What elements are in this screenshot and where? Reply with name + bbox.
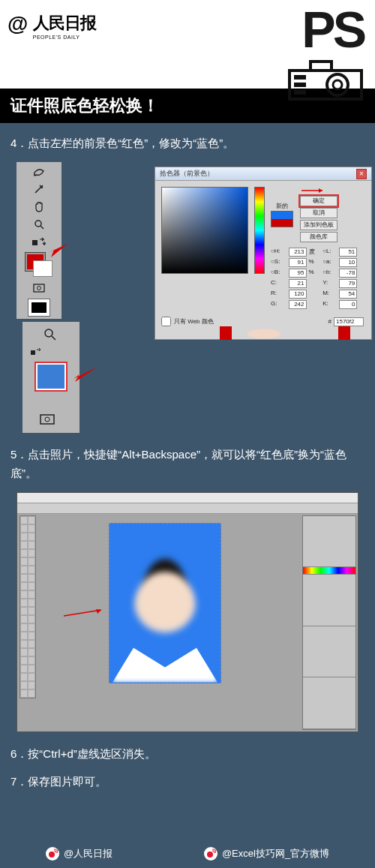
svg-point-18 (45, 417, 50, 422)
quickmask-icon (21, 281, 57, 296)
r-field[interactable]: 120 (289, 290, 307, 299)
m-field[interactable]: 54 (339, 290, 357, 299)
photoshop-window (16, 492, 358, 732)
svg-line-14 (52, 336, 56, 340)
footer-credit-1: @人民日报 (64, 847, 112, 860)
portrait-face (134, 572, 196, 647)
svg-rect-5 (294, 83, 306, 87)
l-field[interactable]: 51 (339, 248, 357, 257)
lasso-icon (21, 165, 57, 180)
quickmask-icon (39, 413, 56, 428)
svg-point-23 (49, 851, 55, 857)
brand-en: PEOPLE'S DAILY (33, 35, 96, 40)
brand-cn: 人民日报 (33, 12, 96, 35)
ps-panels (302, 515, 356, 730)
brand-at: @ (8, 12, 28, 36)
s-field[interactable]: 91 (289, 258, 307, 267)
ps-tool-column-red (16, 162, 62, 319)
photo-peek (154, 329, 372, 340)
g-field[interactable]: 242 (289, 300, 307, 309)
new-color-label: 新的 (276, 202, 288, 210)
step-5: 5．点击照片，快捷键“Alt+Backspace”，就可以将“红色底”换为“蓝色… (10, 445, 364, 483)
svg-rect-15 (31, 350, 35, 355)
photo-canvas[interactable] (109, 523, 221, 683)
weibo-icon (46, 847, 59, 860)
svg-point-12 (38, 286, 41, 290)
zoom-icon (21, 217, 57, 232)
step-4: 4．点击左栏的前景色“红色”，修改为“蓝色”。 (10, 134, 364, 153)
svg-point-2 (327, 74, 348, 95)
color-preview (271, 211, 293, 227)
add-swatch-button[interactable]: 添加到色板 (300, 220, 338, 230)
ok-button[interactable]: 确定 (300, 196, 338, 206)
svg-marker-22 (96, 609, 101, 614)
svg-marker-10 (48, 244, 68, 257)
hue-slider[interactable] (254, 187, 265, 274)
svg-line-21 (64, 610, 101, 616)
svg-point-24 (207, 851, 213, 857)
cancel-button[interactable]: 取消 (300, 208, 338, 218)
ps-menubar (17, 493, 358, 503)
camera-icon (285, 57, 366, 105)
default-colors-icon (28, 299, 50, 316)
svg-line-8 (40, 226, 44, 229)
header: @ 人民日报 PEOPLE'S DAILY PS (0, 0, 375, 89)
color-field[interactable] (161, 187, 248, 274)
b2-field[interactable]: -78 (339, 269, 357, 278)
ps-options-bar (17, 503, 358, 514)
ps-logo: PS (302, 0, 364, 59)
svg-rect-11 (34, 284, 44, 292)
a-field[interactable]: 10 (339, 258, 357, 267)
callout-arrow-icon (46, 242, 69, 262)
b-field[interactable]: 95 (289, 269, 307, 278)
wand-icon (21, 182, 57, 197)
svg-rect-17 (40, 415, 54, 424)
svg-rect-9 (32, 240, 38, 245)
callout-arrow-icon (300, 187, 326, 194)
y-field[interactable]: 79 (339, 279, 357, 288)
close-icon[interactable]: × (356, 169, 367, 179)
brand: @ 人民日报 PEOPLE'S DAILY (8, 12, 96, 40)
web-only-checkbox[interactable] (161, 317, 171, 326)
step-7: 7．保存图片即可。 (10, 772, 364, 791)
callout-arrow-icon (69, 364, 99, 386)
svg-rect-4 (294, 75, 306, 80)
foreground-color-blue[interactable] (36, 363, 66, 390)
color-value-inputs: ○H:213度 ○L:51 ○S:91% ○a:10 ○B:95% ○b:-78… (271, 248, 365, 309)
step-6: 6．按“Ctrl+d”虚线选区消失。 (10, 744, 364, 764)
web-only-label: 只有 Web 颜色 (174, 317, 214, 326)
c-field[interactable]: 21 (289, 279, 307, 288)
dialog-titlebar: 拾色器（前景色） × (155, 167, 371, 181)
svg-point-13 (45, 329, 52, 337)
callout-arrow-icon (61, 605, 106, 620)
hex-field[interactable]: 1570f2 (334, 317, 364, 326)
svg-rect-6 (294, 90, 306, 95)
svg-marker-20 (319, 188, 322, 193)
footer: @人民日报 @Excel技巧网_官方微博 (0, 847, 375, 860)
hand-icon (21, 200, 57, 215)
h-field[interactable]: 213 (289, 248, 307, 257)
color-lib-button[interactable]: 颜色库 (300, 232, 338, 242)
color-picker-dialog: 拾色器（前景色） × 新的 (154, 167, 372, 332)
footer-credit-2: @Excel技巧网_官方微博 (222, 847, 329, 860)
svg-marker-16 (74, 367, 98, 382)
k-field[interactable]: 0 (339, 300, 357, 309)
weibo-icon (204, 847, 218, 860)
svg-point-7 (35, 221, 41, 227)
dialog-title: 拾色器（前景色） (160, 169, 214, 179)
zoom-icon (44, 328, 57, 344)
background-color-white[interactable] (33, 260, 52, 277)
svg-rect-1 (310, 62, 332, 71)
swap-colors-icon (30, 347, 40, 358)
ps-tool-column-blue (22, 322, 80, 433)
ps-toolbar (20, 515, 36, 698)
svg-point-3 (333, 80, 342, 89)
